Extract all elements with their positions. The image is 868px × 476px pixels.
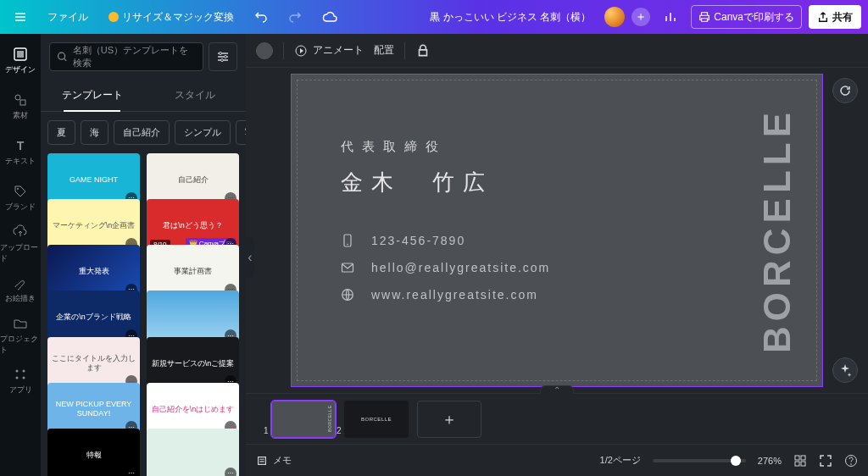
page-thumb-1[interactable]: 1 BORCELLE — [271, 401, 336, 438]
template-grid[interactable]: GAME NIGHT⋯自己紹介⋯マーケティング\n企画書⋯君は\nどう思う？8/… — [41, 153, 246, 476]
help-button[interactable] — [844, 454, 858, 468]
sparkle-icon — [838, 363, 852, 377]
notes-label: メモ — [273, 454, 292, 467]
contact-block: 123-456-7890 hello@reallygreatsite.com w… — [341, 234, 550, 302]
svg-point-5 — [16, 370, 19, 373]
share-icon — [817, 11, 829, 23]
position-button[interactable]: 配置 — [374, 43, 394, 58]
panel-collapse-button[interactable]: ‹ — [246, 237, 254, 278]
template-search-input[interactable]: 名刺（US）テンプレートを検索 — [49, 42, 203, 71]
share-label: 共有 — [832, 10, 853, 25]
card-name-text[interactable]: 金木 竹広 — [341, 168, 493, 197]
canvas-wrap[interactable]: 代表取締役 金木 竹広 123-456-7890 hello@reallygre… — [246, 68, 868, 393]
hamburger-menu-button[interactable] — [7, 5, 34, 29]
zoom-slider[interactable] — [653, 459, 746, 462]
top-bar: ファイル リサイズ＆マジック変換 黒 かっこいい ビジネス 名刺（横） ＋ Ca… — [0, 0, 868, 34]
sliders-icon — [216, 50, 230, 64]
magic-button[interactable] — [832, 357, 858, 383]
zoom-knob[interactable] — [731, 456, 741, 466]
tab-styles[interactable]: スタイル — [143, 80, 246, 111]
resize-magic-button[interactable]: リサイズ＆マジック変換 — [102, 5, 241, 29]
page-thumb-2[interactable]: 2 BORCELLE — [344, 401, 409, 438]
page-margin-guide — [297, 80, 817, 381]
filter-button[interactable] — [209, 42, 237, 71]
page-indicator: 1/2ページ — [600, 454, 641, 467]
svg-point-7 — [16, 377, 19, 379]
print-label: Canvaで印刷する — [714, 10, 794, 25]
template-thumb[interactable]: ここにタイトルを入力します⋯ — [47, 337, 140, 390]
background-color-swatch[interactable] — [256, 42, 273, 59]
panel-tabs: テンプレート スタイル — [41, 80, 246, 112]
document-title[interactable]: 黒 かっこいい ビジネス 名刺（横） — [423, 5, 598, 29]
file-menu[interactable]: ファイル — [41, 5, 95, 29]
redo-button[interactable] — [281, 5, 309, 29]
printer-icon — [698, 11, 710, 23]
email-text: hello@reallygreatsite.com — [371, 261, 550, 274]
animate-button[interactable]: アニメート — [294, 43, 364, 58]
rail-design[interactable]: デザイン — [0, 39, 41, 83]
undo-button[interactable] — [248, 5, 275, 29]
cloud-sync-button[interactable] — [315, 5, 344, 29]
phone-row[interactable]: 123-456-7890 — [341, 234, 550, 247]
template-thumb[interactable]: 自己紹介を\nはじめます⋯ — [147, 383, 239, 436]
svg-point-8 — [23, 377, 25, 379]
left-rail: デザイン 素材 Tテキスト ブランド アップロード お絵描き プロジェクト アプ… — [0, 34, 41, 476]
chart-icon — [664, 10, 677, 24]
strip-collapse-button[interactable]: ⌃ — [540, 385, 574, 394]
svg-rect-19 — [801, 456, 805, 460]
svg-point-2 — [15, 95, 20, 100]
divider — [404, 42, 405, 59]
template-thumb[interactable]: ⋯ — [147, 429, 239, 476]
svg-point-23 — [850, 463, 852, 465]
template-thumb[interactable]: ⋯ — [147, 291, 239, 344]
web-row[interactable]: www.reallygreatsite.com — [341, 288, 550, 302]
footer-bar: メモ 1/2ページ 276% — [246, 444, 868, 476]
print-button[interactable]: Canvaで印刷する — [691, 5, 802, 29]
grid-view-button[interactable] — [793, 454, 807, 468]
animate-icon — [294, 44, 308, 58]
mail-icon — [341, 261, 354, 274]
rail-apps[interactable]: アプリ — [0, 359, 41, 403]
lock-button[interactable] — [415, 43, 431, 58]
grid-icon — [793, 454, 807, 468]
cloud-icon — [322, 11, 337, 23]
chip[interactable]: 写 — [236, 120, 246, 145]
fullscreen-button[interactable] — [819, 454, 832, 468]
add-member-button[interactable]: ＋ — [632, 8, 650, 26]
regenerate-button[interactable] — [832, 78, 858, 103]
rail-projects[interactable]: プロジェクト — [0, 313, 41, 357]
notes-button[interactable]: メモ — [256, 454, 292, 467]
add-page-button[interactable]: ＋ — [417, 401, 481, 438]
chip[interactable]: 自己紹介 — [114, 120, 170, 145]
template-thumb[interactable]: NEW PICKUP EVERY SUNDAY!⋯ — [47, 383, 140, 436]
design-page[interactable]: 代表取締役 金木 竹広 123-456-7890 hello@reallygre… — [291, 74, 823, 387]
analytics-button[interactable] — [657, 5, 684, 29]
search-icon — [57, 51, 68, 63]
chip[interactable]: シンプル — [175, 120, 231, 145]
svg-point-4 — [17, 188, 19, 190]
rail-text[interactable]: Tテキスト — [0, 130, 41, 174]
tab-templates[interactable]: テンプレート — [41, 80, 143, 111]
chip[interactable]: 海 — [81, 120, 108, 145]
chip[interactable]: 夏 — [47, 120, 75, 145]
rail-uploads[interactable]: アップロード — [0, 222, 41, 266]
email-row[interactable]: hello@reallygreatsite.com — [341, 261, 550, 274]
chip-row: 夏 海 自己紹介 シンプル 写 — [41, 112, 246, 153]
rail-draw[interactable]: お絵描き — [0, 268, 41, 312]
rail-elements[interactable]: 素材 — [0, 85, 41, 129]
rail-brand[interactable]: ブランド — [0, 176, 41, 220]
share-button[interactable]: 共有 — [809, 5, 861, 29]
redo-icon — [288, 10, 302, 24]
card-role-text[interactable]: 代表取締役 — [341, 139, 447, 155]
page-number: 1 — [264, 426, 269, 435]
animate-label: アニメート — [313, 43, 364, 58]
template-thumb[interactable]: 企業の\nブランド戦略⋯ — [47, 291, 140, 344]
brand-vertical[interactable]: BORCELLE — [756, 98, 798, 363]
svg-point-15 — [347, 244, 348, 246]
avatar[interactable] — [604, 7, 625, 27]
search-placeholder: 名刺（US）テンプレートを検索 — [73, 44, 196, 69]
template-thumb[interactable]: 特報⋯ — [47, 429, 140, 476]
template-thumb[interactable]: 新規サービスの\nご提案⋯ — [147, 337, 239, 390]
svg-point-12 — [221, 59, 224, 62]
svg-rect-18 — [795, 456, 799, 460]
